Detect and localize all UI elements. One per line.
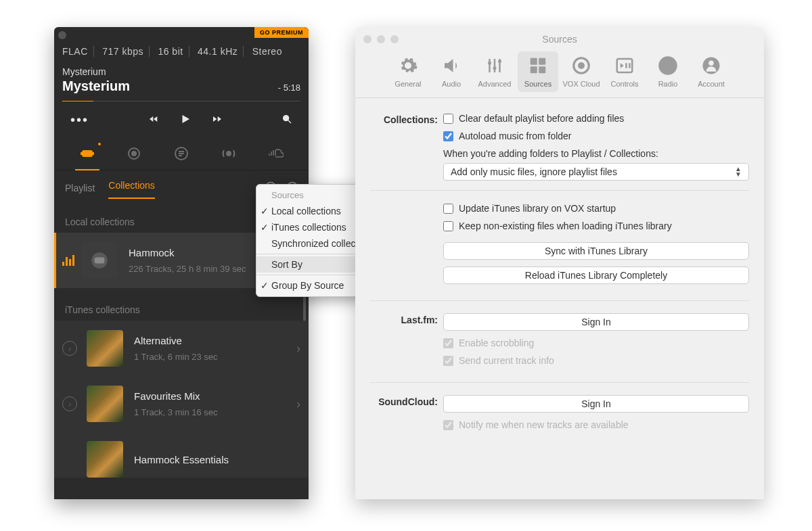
svg-rect-17 (531, 66, 537, 73)
collections-section-label: Collections: (370, 113, 443, 125)
add-folders-note: When you're adding folders to Playlist /… (443, 148, 749, 159)
bitrate-label: 717 kbps (97, 46, 150, 57)
checkbox-label: Autoload music from folder (459, 131, 572, 141)
play-button[interactable] (179, 113, 191, 128)
autoload-music-checkbox[interactable]: Autoload music from folder (443, 131, 749, 141)
tab-radio[interactable]: Radio (648, 51, 688, 92)
soundcloud-signin-button[interactable]: Sign In (443, 395, 749, 413)
lastfm-signin-button[interactable]: Sign In (443, 313, 749, 331)
lastfm-section-label: Last.fm: (370, 313, 443, 325)
tab-loop[interactable] (122, 144, 146, 163)
separator (370, 382, 749, 383)
svg-point-14 (498, 60, 501, 63)
svg-rect-18 (539, 66, 545, 73)
collection-row[interactable]: Hammock Essentials (54, 432, 309, 478)
tab-label: General (389, 80, 427, 88)
checkbox-label: Send current track info (459, 355, 554, 366)
svg-rect-4 (93, 152, 94, 155)
itunes-badge-icon: ♪ (62, 396, 77, 411)
ctx-item-label: Local collections (271, 206, 341, 216)
svg-point-26 (708, 61, 714, 66)
source-tabs (54, 137, 309, 170)
add-folders-select[interactable]: Add only music files, ignore playlist fi… (443, 163, 749, 181)
tab-general[interactable]: General (388, 51, 428, 92)
search-button[interactable] (281, 114, 292, 127)
tab-queue[interactable] (169, 144, 194, 163)
soundcloud-section-label: SoundCloud: (370, 395, 443, 407)
clear-default-playlist-checkbox[interactable]: Clear default playlist before adding fil… (443, 113, 749, 124)
svg-rect-3 (81, 152, 82, 155)
checkbox-label: Update iTunes library on VOX startup (459, 203, 616, 214)
enable-scrobbling-checkbox[interactable]: Enable scrobbling (443, 338, 749, 348)
collection-artwork (87, 441, 123, 478)
svg-rect-15 (531, 58, 537, 65)
bitdepth-label: 16 bit (152, 46, 189, 57)
tab-playlist[interactable]: Playlist (65, 183, 95, 193)
keep-nonexisting-checkbox[interactable]: Keep non-existing files when loading iTu… (443, 221, 749, 231)
collection-row[interactable]: ♪ Favourites Mix 1 Track, 3 min 16 sec › (54, 376, 309, 432)
prefs-toolbar: General Audio Advanced Sources VOX Cloud… (355, 51, 764, 98)
itunes-badge-icon: ♪ (62, 341, 77, 356)
window-close-dot[interactable] (58, 31, 66, 39)
previous-button[interactable] (148, 114, 159, 127)
svg-line-1 (288, 120, 291, 123)
track-title: Mysterium (62, 78, 130, 94)
tab-controls[interactable]: Controls (604, 51, 645, 92)
chevron-right-icon: › (296, 342, 300, 356)
go-premium-banner[interactable]: GO PREMIUM (254, 27, 309, 38)
tab-radio[interactable] (217, 144, 241, 163)
samplerate-label: 44.1 kHz (192, 46, 244, 57)
window-traffic-lights[interactable] (363, 35, 399, 43)
checkbox-label: Notify me when new tracks are available (459, 419, 629, 430)
svg-point-20 (578, 62, 585, 69)
collection-subtitle: 1 Track, 6 min 23 sec (134, 352, 296, 362)
tab-label: VOX Cloud (562, 80, 600, 88)
tab-label: Controls (606, 80, 644, 88)
now-playing-icon (62, 255, 74, 266)
collection-artwork (87, 386, 123, 422)
seek-slider[interactable] (62, 101, 300, 101)
checkbox-label: Enable scrobbling (459, 338, 534, 348)
separator (370, 190, 749, 191)
collection-name: Hammock Essentials (134, 454, 300, 465)
svg-point-13 (493, 66, 497, 70)
ctx-item-label: iTunes collections (271, 222, 346, 233)
collection-row[interactable]: ♪ Alternative 1 Track, 6 min 23 sec › (54, 321, 309, 376)
tab-label: Radio (649, 80, 687, 88)
more-menu-button[interactable]: ••• (70, 112, 89, 128)
ctx-item-label: Sort By (271, 259, 302, 270)
button-label: Sign In (581, 398, 611, 409)
collection-name: Favourites Mix (134, 390, 296, 402)
tab-advanced[interactable]: Advanced (474, 51, 515, 92)
tab-audio[interactable]: Audio (431, 51, 472, 92)
tab-account[interactable]: Account (691, 51, 731, 92)
update-itunes-checkbox[interactable]: Update iTunes library on VOX startup (443, 203, 749, 214)
svg-rect-16 (539, 58, 545, 65)
collection-name: Alternative (134, 335, 296, 346)
send-track-info-checkbox[interactable]: Send current track info (443, 355, 749, 366)
channels-label: Stereo (247, 46, 288, 57)
soundcloud-notify-checkbox[interactable]: Notify me when new tracks are available (443, 419, 749, 430)
svg-point-24 (660, 57, 677, 74)
button-label: Sign In (581, 317, 611, 327)
tab-label: Audio (432, 80, 470, 88)
svg-rect-2 (82, 150, 93, 157)
select-value: Add only music files, ignore playlist fi… (451, 166, 617, 177)
tab-sources[interactable]: Sources (518, 51, 558, 92)
collection-artwork (81, 242, 118, 279)
reload-itunes-button[interactable]: Reload iTunes Library Completely (443, 267, 749, 284)
sync-itunes-button[interactable]: Sync with iTunes Library (443, 242, 749, 260)
collection-subtitle: 1 Track, 3 min 16 sec (134, 407, 296, 417)
codec-label: FLAC (62, 46, 94, 57)
checkbox-label: Clear default playlist before adding fil… (459, 113, 624, 124)
tab-label: Sources (519, 80, 557, 88)
tab-soundcloud[interactable] (263, 144, 288, 163)
tab-vox-cloud[interactable]: VOX Cloud (561, 51, 602, 92)
next-button[interactable] (212, 114, 223, 127)
separator (370, 300, 749, 301)
tab-library[interactable] (75, 144, 99, 163)
checkbox-label: Keep non-existing files when loading iTu… (459, 221, 672, 231)
button-label: Reload iTunes Library Completely (525, 270, 667, 281)
tab-collections[interactable]: Collections (108, 180, 154, 196)
preferences-window: Sources General Audio Advanced Sources V… (355, 27, 764, 499)
